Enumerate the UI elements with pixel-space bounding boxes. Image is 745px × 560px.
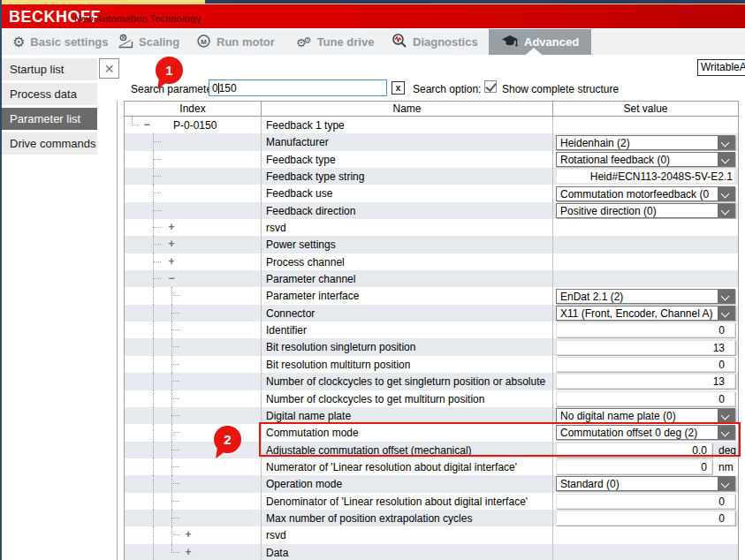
chevron-down-icon[interactable] — [718, 426, 734, 439]
table-row[interactable]: +rsvd — [125, 526, 738, 543]
tree-expander[interactable]: + — [166, 221, 177, 233]
table-row[interactable]: Identifier0 — [125, 322, 738, 338]
chevron-down-icon[interactable] — [718, 306, 734, 320]
value-input[interactable]: 0 — [556, 459, 712, 474]
value-dropdown[interactable]: No digital name plate (0) — [556, 408, 735, 423]
sidebar-item-drive-commands[interactable]: Drive commands — [2, 132, 97, 155]
chevron-down-icon[interactable] — [718, 409, 734, 422]
value-unit: deg — [712, 443, 736, 457]
tree-expander[interactable]: − — [141, 118, 152, 131]
table-row[interactable]: ManufacturerHeidenhain (2) — [125, 133, 738, 150]
table-row[interactable]: Feedback typeRotational feedback (0) — [125, 151, 738, 168]
table-row[interactable]: Operation modeStandard (0) — [125, 475, 738, 492]
table-row[interactable]: Numerator of 'Linear resolution about di… — [125, 458, 738, 475]
show-complete-structure-checkbox[interactable] — [484, 80, 497, 93]
table-row[interactable]: Feedback type stringHeid#ECN113-2048S-5V… — [125, 168, 738, 185]
chevron-down-icon[interactable] — [718, 187, 734, 201]
value-input[interactable]: 0 — [556, 322, 735, 337]
table-row[interactable]: Feedback directionPositive direction (0) — [125, 202, 738, 219]
table-row[interactable]: Max number of position extrapolation cyc… — [125, 510, 738, 526]
tab-diagnostics[interactable]: Diagnostics — [392, 29, 478, 55]
table-row[interactable]: Digital name plateNo digital name plate … — [125, 407, 738, 424]
clear-search-button[interactable]: x — [392, 81, 405, 95]
sidebar-item-startup-list[interactable]: Startup list — [2, 58, 97, 80]
index-cell — [125, 356, 262, 373]
table-row[interactable]: Number of clockcycles to get singleturn … — [125, 373, 738, 390]
table-row[interactable]: Bit resolution multiturn position0 — [125, 356, 738, 373]
tree-expander[interactable]: + — [166, 255, 177, 268]
param-name: Feedback use — [266, 187, 332, 200]
chevron-down-icon[interactable] — [718, 136, 734, 149]
index-cell — [125, 510, 262, 526]
value-input[interactable]: 0.0 — [556, 443, 712, 458]
value-input[interactable]: 0 — [556, 357, 735, 372]
table-row[interactable]: −Parameter channel — [125, 270, 738, 287]
set-value-cell — [553, 270, 738, 287]
table-row[interactable]: Bit resolution singleturn position13 — [125, 338, 738, 355]
value-input[interactable]: 13 — [556, 340, 735, 355]
table-row[interactable]: Number of clockcycles to get multiturn p… — [125, 390, 738, 407]
tab-run-motor[interactable]: MRun motor — [196, 29, 275, 55]
sidebar-item-process-data[interactable]: Process data — [2, 83, 97, 105]
tree-expander[interactable]: + — [166, 238, 177, 250]
value-dropdown[interactable]: Commutation offset 0 deg (2) — [556, 425, 735, 440]
table-row[interactable]: Denominator of 'Linear resolution about … — [125, 493, 738, 510]
chevron-down-icon[interactable] — [718, 204, 734, 217]
value-dropdown[interactable]: Commutation motorfeedback (0 — [556, 186, 735, 201]
sidebar-item-parameter-list[interactable]: Parameter list — [2, 108, 97, 130]
table-row[interactable]: +rsvd — [125, 219, 738, 236]
tab-basic-settings[interactable]: ⚙Basic settings — [12, 29, 109, 55]
table-row[interactable]: Feedback useCommutation motorfeedback (0 — [125, 185, 738, 201]
set-value-cell: X11 (Front, Encoder, Channel A) — [553, 305, 738, 322]
column-header-set-value[interactable]: Set value — [553, 102, 738, 116]
value-dropdown[interactable]: EnDat 2.1 (2) — [556, 289, 735, 304]
param-name: Parameter channel — [266, 273, 355, 285]
value-input[interactable]: 0 — [556, 391, 735, 406]
value-dropdown[interactable]: Rotational feedback (0) — [556, 152, 735, 167]
chevron-down-icon[interactable] — [718, 477, 734, 490]
param-name: Bit resolution multiturn position — [266, 359, 410, 371]
chevron-down-icon[interactable] — [718, 290, 734, 303]
value-dropdown[interactable]: Standard (0) — [556, 476, 735, 491]
gears-icon: ⚙⚙ — [296, 34, 312, 50]
value-input[interactable]: 13 — [556, 374, 735, 389]
search-input[interactable]: 0150 — [209, 79, 387, 96]
table-row[interactable]: ConnectorX11 (Front, Encoder, Channel A) — [125, 305, 738, 322]
param-name: Commutation mode — [266, 427, 359, 439]
window-top-strip-dark — [205, 0, 745, 4]
tree-expander[interactable]: + — [183, 546, 194, 558]
index-cell — [125, 338, 262, 355]
value-input[interactable]: 0 — [556, 494, 735, 509]
table-row[interactable]: +Data — [125, 544, 738, 560]
table-row[interactable]: +Power settings — [125, 236, 738, 253]
value-unit: nm — [712, 460, 735, 473]
value-dropdown[interactable]: Heidenhain (2) — [556, 135, 735, 150]
set-value-cell — [553, 526, 738, 543]
tab-scaling[interactable]: MScaling — [118, 29, 179, 55]
tree-line — [153, 424, 155, 441]
param-name: Connector — [266, 307, 315, 320]
tree-expander[interactable]: + — [183, 528, 194, 541]
value-text-field[interactable]: Heid#ECN113-2048S-5V-E2.1 — [556, 169, 735, 184]
value-dropdown[interactable]: X11 (Front, Encoder, Channel A) — [556, 306, 735, 321]
column-header-name[interactable]: Name — [262, 102, 553, 116]
tree-expander[interactable]: − — [166, 272, 177, 284]
tab-tune-drive[interactable]: ⚙⚙Tune drive — [296, 29, 374, 55]
param-name-cell: Data — [262, 544, 553, 560]
close-icon[interactable]: ✕ — [99, 58, 119, 79]
value-input[interactable]: 0 — [556, 511, 735, 526]
tree-branch-stub — [171, 381, 179, 382]
value-dropdown[interactable]: Positive direction (0) — [556, 203, 735, 218]
motor-icon: M — [196, 34, 211, 51]
table-row[interactable]: Parameter interfaceEnDat 2.1 (2) — [125, 287, 738, 304]
writable-access-box: WritableA — [697, 59, 745, 76]
set-value-cell: 0 — [553, 510, 738, 526]
param-name-cell: rsvd — [262, 526, 553, 543]
index-cell — [125, 305, 262, 322]
table-row[interactable]: +Process channel — [125, 254, 738, 270]
column-header-index[interactable]: Index — [125, 102, 262, 116]
table-row[interactable]: −P-0-0150Feedback 1 type — [125, 117, 738, 133]
scaling-ramp-icon: M — [118, 34, 133, 51]
param-name-cell: rsvd — [262, 219, 553, 236]
chevron-down-icon[interactable] — [718, 153, 734, 166]
